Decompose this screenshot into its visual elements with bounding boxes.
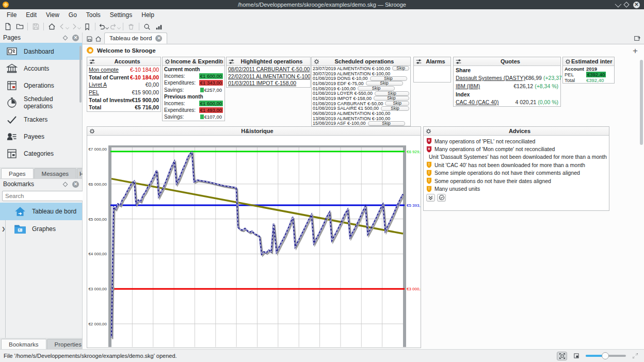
gear-icon[interactable] [164, 58, 171, 65]
menu-go[interactable]: Go [64, 10, 82, 20]
gear-icon[interactable] [313, 58, 320, 65]
save-icon[interactable] [30, 22, 41, 32]
close-tab-icon[interactable]: ✕ [155, 35, 162, 42]
quote-row[interactable]: IBM (IBM) €126,12 (+8,34 %) [454, 82, 560, 90]
account-row[interactable]: PEL €15 900,00 [87, 89, 160, 96]
bookmark-search-input[interactable] [2, 191, 88, 201]
advices-header[interactable]: Advices [424, 127, 609, 136]
sidebar-item-scheduled-operations[interactable]: Scheduled operations [0, 94, 82, 111]
advice-item[interactable]: ✕ Many operations of 'Mon compte' not re… [424, 145, 609, 153]
report-chart-icon[interactable] [153, 22, 165, 32]
dismiss-all-icon[interactable] [426, 194, 435, 202]
shade-chevron-icon[interactable] [615, 1, 622, 7]
highlighted-operations-header[interactable]: Highlighted operations [227, 57, 310, 66]
quote-row[interactable]: Dassault Systemes (DASTY) €86,99 (+23,37… [454, 74, 560, 83]
historique-header[interactable]: H&istorique [87, 127, 421, 136]
sidebar-item-categories[interactable]: Categories [0, 145, 82, 162]
menu-tools[interactable]: Tools [82, 10, 105, 20]
scheduled-operations-header[interactable]: Scheduled operations [312, 57, 410, 66]
skip-button[interactable]: Skip [385, 101, 409, 106]
configure-icon[interactable] [415, 58, 422, 65]
configure-icon[interactable] [228, 58, 235, 65]
skip-button[interactable]: Skip [358, 86, 395, 91]
skip-button[interactable]: Skip [366, 81, 403, 86]
fullscreen-icon[interactable] [630, 352, 640, 360]
expand-arrow-icon[interactable]: ❯ [2, 226, 6, 232]
highlighted-operation-link[interactable]: 08/02/2011 CARBURANT €-50,00 [227, 66, 310, 73]
sidebar-item-payees[interactable]: Payees [0, 128, 82, 145]
advice-item[interactable]: ! Many unused units [424, 185, 609, 192]
menu-file[interactable]: File [2, 10, 21, 20]
account-row[interactable]: Total of Current €-10 184,00 [87, 74, 160, 81]
account-row[interactable]: Livret A €0,00 [87, 81, 160, 89]
maximize-icon[interactable] [623, 2, 629, 7]
close-dock-icon[interactable]: ✕ [72, 35, 79, 41]
quote-row[interactable]: Share [454, 66, 560, 74]
go-back-icon[interactable] [58, 22, 69, 32]
search-icon[interactable] [141, 22, 153, 32]
float-dock-icon[interactable] [63, 182, 68, 187]
open-folder-icon[interactable] [14, 22, 25, 32]
tab-bookmarks[interactable]: Bookmarks [1, 339, 46, 349]
home-icon[interactable] [46, 22, 57, 32]
menu-settings[interactable]: Settings [105, 10, 137, 20]
bookmark-icon[interactable] [82, 22, 93, 32]
menu-view[interactable]: View [41, 10, 64, 20]
fit-page-icon[interactable] [557, 352, 567, 360]
advice-item[interactable]: ! Some operations do not have their date… [424, 177, 609, 185]
tab-messages[interactable]: Messages [34, 168, 76, 178]
detach-tab-icon[interactable] [634, 35, 641, 42]
advice-item[interactable]: ! Some simple operations do not have the… [424, 169, 609, 177]
account-row[interactable]: Mon compte €-10 184,00 [87, 66, 160, 74]
skip-button[interactable]: Skip [392, 66, 409, 71]
quote-row[interactable]: Index [454, 90, 560, 98]
bookmark-item-graphes[interactable]: ❯ Graphes [0, 220, 82, 238]
dashboard-scrollbar[interactable] [640, 60, 643, 347]
menu-help[interactable]: Help [137, 10, 159, 20]
quotes-header[interactable]: Quotes [454, 57, 560, 66]
add-widget-button[interactable]: + [633, 47, 638, 55]
advice-item[interactable]: ! Unit 'Dassault Systemes' has not been … [424, 153, 609, 161]
sidebar-item-dashboard[interactable]: Dashboard [0, 43, 82, 60]
new-document-icon[interactable] [2, 22, 13, 32]
tab-home-icon[interactable] [95, 36, 102, 42]
highlighted-operation-link[interactable]: 01/03/2011 IMPOT €-158,00 [227, 80, 310, 87]
save-state-icon[interactable] [86, 36, 93, 42]
historique-chart-body[interactable]: €7 000,00€6 000,00€5 000,00€4 000,00€3 0… [87, 136, 421, 347]
skip-button[interactable]: Skip [374, 96, 409, 101]
quote-row[interactable]: CAC 40 (CAC 40) 4 020,21 (0,00 %) [454, 98, 560, 106]
redo-icon[interactable] [109, 22, 121, 32]
account-row[interactable]: Total €5 716,00 [87, 104, 160, 111]
skip-button[interactable]: Skip [368, 121, 405, 126]
estimated-interest-header[interactable]: Estimated interest [563, 57, 614, 66]
alarms-header[interactable]: Alarms [414, 57, 450, 66]
gear-icon[interactable] [565, 58, 571, 65]
highlighted-operation-link[interactable]: 22/02/2011 ALIMENTATION €-100,00 [227, 73, 310, 80]
close-dock-icon[interactable]: ✕ [72, 181, 79, 188]
configure-icon[interactable] [89, 58, 95, 65]
delete-icon[interactable] [125, 22, 137, 32]
float-dock-icon[interactable] [63, 35, 68, 40]
gear-icon[interactable] [425, 128, 432, 135]
sidebar-item-operations[interactable]: Operations [0, 77, 82, 94]
active-page-tab[interactable]: Tableau de bord ✕ [104, 32, 167, 44]
account-row[interactable]: Total of Investment €15 900,00 [87, 96, 160, 104]
zoom-original-icon[interactable] [571, 352, 582, 360]
skip-button[interactable]: Skip [375, 91, 409, 96]
skip-button[interactable]: Skip [381, 106, 409, 111]
zoom-slider[interactable] [586, 352, 626, 360]
skip-button[interactable]: Skip [370, 76, 407, 81]
bookmark-item-tableau-de-bord[interactable]: Tableau de bord [0, 203, 82, 220]
pages-scrollbar[interactable] [79, 45, 82, 165]
tab-pages[interactable]: Pages [1, 168, 34, 178]
advice-item[interactable]: ! Unit 'CAC 40' has not been downloaded … [424, 161, 609, 169]
close-window-icon[interactable]: ✕ [633, 2, 640, 8]
undo-icon[interactable] [98, 22, 109, 32]
gear-icon[interactable] [89, 128, 95, 135]
configure-icon[interactable] [455, 58, 462, 65]
menu-edit[interactable]: Edit [21, 10, 41, 20]
accounts-widget-header[interactable]: Accounts [87, 57, 160, 66]
advice-item[interactable]: ✕ Many operations of 'PEL' not reconcili… [424, 137, 609, 145]
sidebar-item-trackers[interactable]: Trackers [0, 111, 82, 128]
apply-advice-icon[interactable] [437, 194, 446, 202]
